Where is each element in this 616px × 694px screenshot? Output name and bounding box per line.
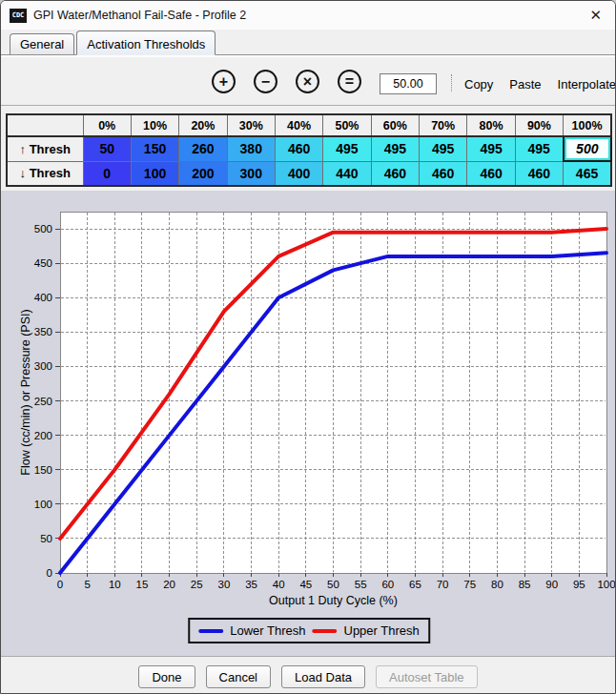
- legend-swatch: [313, 629, 338, 633]
- svg-text:65: 65: [409, 579, 421, 590]
- svg-text:5: 5: [84, 579, 90, 590]
- autoset-table-button: Autoset Table: [376, 665, 478, 688]
- tab-activation-thresholds[interactable]: Activation Thresholds: [76, 31, 216, 55]
- threshold-cell[interactable]: 495: [420, 136, 467, 161]
- set-equal-button[interactable]: =: [338, 70, 361, 93]
- threshold-cell[interactable]: 460: [515, 161, 563, 186]
- threshold-cell[interactable]: 150: [131, 136, 178, 161]
- toolbar-separator: [451, 74, 452, 92]
- threshold-cell[interactable]: 200: [179, 161, 227, 186]
- svg-text:35: 35: [245, 579, 257, 590]
- threshold-cell[interactable]: 495: [371, 136, 419, 161]
- footer-button-bar: DoneCancelLoad DataAutoset Table: [1, 656, 615, 694]
- threshold-cell[interactable]: 500: [564, 136, 611, 161]
- tab-bar: GeneralActivation Thresholds: [1, 30, 615, 55]
- x-axis-label: Output 1 Duty Cycle (%): [269, 594, 398, 607]
- svg-text:450: 450: [34, 257, 52, 269]
- svg-text:85: 85: [519, 579, 531, 590]
- threshold-cell[interactable]: 460: [275, 136, 322, 161]
- svg-text:0: 0: [57, 579, 63, 590]
- value-input[interactable]: [380, 73, 437, 94]
- svg-text:55: 55: [355, 579, 367, 590]
- column-header: 90%: [515, 114, 563, 136]
- threshold-cell[interactable]: 300: [227, 161, 275, 186]
- interpolate-button[interactable]: Interpolate: [558, 77, 616, 92]
- row-label: ↓ Thresh: [7, 161, 83, 186]
- svg-text:95: 95: [573, 579, 585, 590]
- column-header: 70%: [420, 114, 467, 136]
- tab-general[interactable]: General: [10, 33, 74, 54]
- threshold-cell[interactable]: 260: [179, 136, 227, 161]
- threshold-chart: 0501001502002503003504004505000510152025…: [1, 191, 616, 615]
- threshold-cell[interactable]: 465: [564, 161, 611, 186]
- chart-region: 0501001502002503003504004505000510152025…: [1, 191, 616, 656]
- svg-text:200: 200: [34, 430, 52, 441]
- app-icon: CDC: [10, 9, 27, 23]
- load-data-button[interactable]: Load Data: [281, 665, 365, 688]
- threshold-cell[interactable]: 460: [371, 161, 419, 186]
- svg-text:10: 10: [109, 579, 121, 590]
- svg-text:30: 30: [218, 579, 231, 590]
- svg-text:100: 100: [34, 499, 52, 510]
- column-header: 0%: [83, 114, 131, 136]
- svg-text:0: 0: [47, 567, 52, 579]
- table-corner-cell: [7, 114, 83, 136]
- column-header: 80%: [467, 114, 515, 136]
- column-header: 10%: [131, 114, 178, 136]
- threshold-cell[interactable]: 460: [467, 161, 515, 186]
- threshold-cell[interactable]: 440: [323, 161, 371, 186]
- row-label: ↑ Thresh: [7, 136, 83, 161]
- svg-text:50: 50: [327, 579, 339, 590]
- threshold-cell[interactable]: 0: [83, 161, 131, 186]
- table-row: ↑ Thresh50150260380460495495495495495500: [7, 136, 611, 161]
- add-button[interactable]: +: [212, 70, 236, 93]
- svg-text:60: 60: [381, 579, 394, 590]
- svg-text:80: 80: [491, 579, 503, 590]
- threshold-cell[interactable]: 50: [83, 136, 131, 161]
- svg-text:150: 150: [34, 464, 52, 476]
- threshold-cell[interactable]: 100: [131, 161, 178, 186]
- column-header: 60%: [371, 114, 419, 136]
- legend-label: Lower Thresh: [230, 623, 305, 638]
- threshold-cell[interactable]: 460: [420, 161, 467, 186]
- column-header: 100%: [564, 114, 611, 136]
- done-button[interactable]: Done: [138, 665, 195, 688]
- threshold-table: 0%10%20%30%40%50%60%70%80%90%100%↑ Thres…: [6, 113, 612, 187]
- svg-text:75: 75: [463, 579, 476, 590]
- column-header: 20%: [179, 114, 227, 136]
- threshold-cell[interactable]: 380: [227, 136, 275, 161]
- cancel-button[interactable]: Cancel: [206, 665, 271, 688]
- threshold-cell[interactable]: 495: [515, 136, 563, 161]
- title-bar: CDC GPI Water/Methanol Fail-Safe - Profi…: [1, 1, 615, 30]
- toolbar: +−×= CopyPasteInterpolate: [1, 57, 615, 106]
- math-button-group: +−×=: [212, 70, 361, 93]
- window-title: GPI Water/Methanol Fail-Safe - Profile 2: [33, 9, 246, 22]
- threshold-cell[interactable]: 400: [275, 161, 322, 186]
- legend-swatch: [198, 629, 223, 633]
- legend-label: Upper Thresh: [344, 623, 420, 638]
- svg-text:300: 300: [34, 360, 52, 372]
- subtract-button[interactable]: −: [254, 70, 277, 93]
- y-axis-label: Flow (cc/min) or Pressure (PSI): [19, 309, 32, 475]
- svg-text:70: 70: [437, 579, 449, 590]
- copy-button[interactable]: Copy: [464, 77, 493, 92]
- column-header: 50%: [323, 114, 371, 136]
- svg-text:20: 20: [163, 579, 175, 590]
- svg-text:250: 250: [34, 396, 52, 407]
- threshold-cell[interactable]: 495: [467, 136, 515, 161]
- close-icon[interactable]: ✕: [589, 7, 602, 24]
- dialog-window: CDC GPI Water/Methanol Fail-Safe - Profi…: [0, 0, 616, 694]
- svg-text:500: 500: [34, 223, 52, 235]
- table-row: ↓ Thresh0100200300400440460460460460465: [7, 161, 611, 186]
- svg-text:45: 45: [299, 579, 312, 590]
- multiply-button[interactable]: ×: [296, 70, 319, 93]
- toolbar-actions: CopyPasteInterpolate: [464, 77, 616, 92]
- svg-text:25: 25: [191, 579, 203, 590]
- svg-text:100: 100: [597, 579, 615, 590]
- threshold-cell[interactable]: 495: [323, 136, 371, 161]
- svg-text:400: 400: [34, 292, 52, 303]
- paste-button[interactable]: Paste: [509, 77, 541, 92]
- svg-text:350: 350: [34, 326, 52, 337]
- column-header: 30%: [227, 114, 275, 136]
- svg-text:15: 15: [136, 579, 149, 590]
